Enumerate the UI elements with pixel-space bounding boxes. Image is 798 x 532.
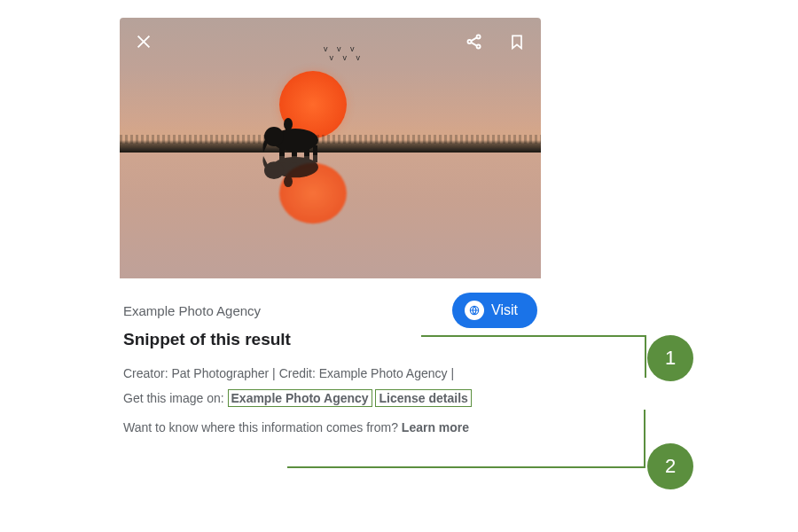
bookmark-icon[interactable] (505, 30, 528, 53)
svg-point-17 (477, 35, 481, 38)
get-image-line: Get this image on: Example Photo Agency … (123, 390, 537, 408)
source-agency: Example Photo Agency (123, 303, 261, 318)
learn-line: Want to know where this information come… (123, 419, 537, 437)
annotation-badge-1: 1 (647, 335, 693, 381)
svg-rect-7 (286, 128, 291, 133)
result-image[interactable]: v v v v v v (120, 18, 541, 278)
learn-more-link[interactable]: Learn more (402, 420, 469, 434)
creator-label: Creator: (123, 366, 168, 380)
image-result-panel: v v v v v v (120, 18, 541, 437)
credit-label: Credit: (279, 366, 316, 380)
close-icon[interactable] (132, 30, 155, 53)
result-title: Snippet of this result (123, 330, 537, 349)
result-meta: Example Photo Agency Visit Snippet of th… (120, 278, 541, 437)
globe-icon (465, 301, 484, 320)
get-image-prefix: Get this image on: (123, 391, 224, 405)
svg-rect-11 (292, 153, 297, 162)
creator-value: Pat Photographer (171, 366, 269, 380)
image-overlay-toolbar (132, 30, 528, 53)
share-icon[interactable] (463, 30, 486, 53)
provider-link[interactable]: Example Photo Agency (228, 389, 372, 407)
credit-value: Example Photo Agency (319, 366, 448, 380)
svg-rect-12 (304, 153, 309, 162)
svg-rect-13 (313, 153, 317, 162)
svg-rect-15 (286, 174, 291, 178)
svg-point-16 (467, 40, 471, 43)
annotation-badge-2: 2 (647, 443, 693, 489)
svg-point-18 (477, 44, 481, 48)
visit-button[interactable]: Visit (452, 293, 537, 328)
visit-button-label: Visit (491, 302, 518, 318)
license-details-link[interactable]: License details (375, 389, 471, 407)
svg-rect-10 (279, 153, 285, 162)
learn-text: Want to know where this information come… (123, 420, 398, 434)
credits-line: Creator: Pat Photographer | Credit: Exam… (123, 365, 537, 383)
